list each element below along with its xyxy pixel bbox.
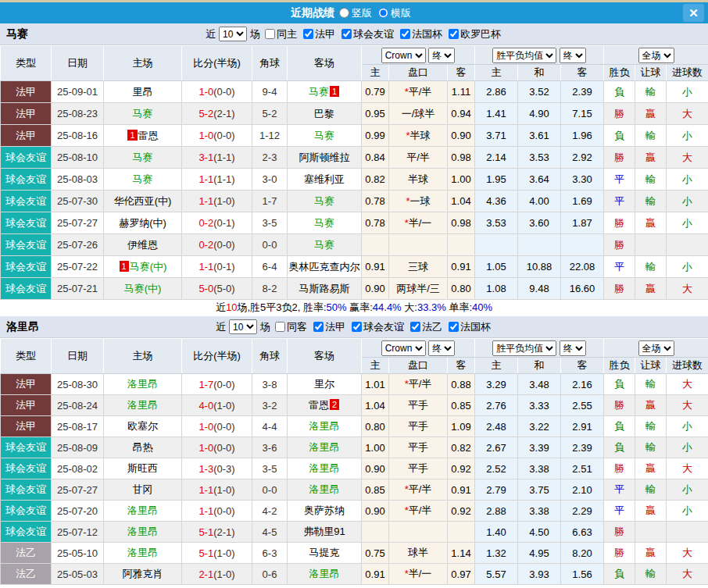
table-row: 球会友谊25-08-03马赛1-1(1-1)3-0塞维利亚0.82半球1.001… — [1, 169, 708, 191]
layout-option-horizontal[interactable]: 横版 — [378, 6, 411, 20]
league-filter-friendly[interactable]: 球会友谊 — [337, 27, 394, 41]
result-handicap: 輸 — [635, 125, 667, 147]
corner-text: 8-2 — [263, 283, 277, 294]
away-team: 洛里昂 — [288, 458, 362, 479]
crown-away-odds: 0.88 — [448, 374, 475, 395]
handicap-cell: 半球 — [389, 169, 448, 191]
result-text: 小 — [682, 130, 692, 141]
handicap-text: 平手 — [408, 462, 428, 474]
full-score: 0-2 — [198, 217, 213, 229]
avg-select[interactable]: 胜平负均值 — [492, 48, 556, 63]
result-goals: 小 — [667, 81, 708, 103]
date-text: 25-08-24 — [57, 400, 98, 412]
col-away: 客场 — [288, 339, 362, 374]
league-filter-europa[interactable]: 欧罗巴杯 — [444, 27, 501, 41]
crown-away-odds: 1.09 — [448, 416, 475, 437]
result-text: 小 — [682, 173, 692, 185]
result-handicap: 輸 — [635, 374, 667, 395]
vertical-radio[interactable] — [339, 8, 349, 18]
league-filter-coupe[interactable]: 法国杯 — [444, 320, 491, 334]
table-row: 球会友谊25-07-221马赛(中)1-1(0-1)6-4奥林匹克查内尔0.91… — [1, 256, 708, 278]
full-score: 1-1 — [198, 261, 213, 273]
friendly-checkbox[interactable] — [341, 29, 352, 39]
league-filter-ligue1[interactable]: 法甲 — [309, 320, 345, 334]
match-count-select[interactable]: 10 — [219, 27, 247, 41]
same-away-checkbox[interactable] — [275, 322, 285, 332]
avg-away-odds: 2.16 — [561, 374, 604, 395]
crown-home-odds: 1.01 — [362, 374, 389, 395]
team-name-text: 马赛 — [314, 217, 334, 229]
home-team: 阿雅克肖 — [104, 564, 182, 585]
same-home-checkbox[interactable] — [265, 29, 275, 39]
corner-text: 3-2 — [263, 400, 277, 412]
bookmaker-select[interactable]: Crown — [381, 48, 426, 63]
half-score: (1-0) — [213, 484, 234, 496]
coupe-checkbox[interactable] — [449, 322, 459, 332]
handicap-text: 球半 — [408, 547, 428, 558]
scope-select[interactable]: 全场 — [638, 48, 674, 63]
avg-time-select[interactable]: 终 — [560, 48, 586, 63]
sub-avg-away: 客 — [561, 358, 604, 374]
full-score: 1-1 — [198, 505, 213, 517]
avg-time-select[interactable]: 终 — [560, 340, 586, 356]
half-score: (0-0) — [213, 505, 234, 517]
avg-home-odds: 1.05 — [475, 256, 518, 278]
same-away-filter[interactable]: 同客 — [270, 320, 307, 334]
games-label: 场 — [250, 27, 260, 41]
team-name-lorient: 洛里昂 — [6, 320, 39, 334]
result-text: 輸 — [645, 441, 656, 453]
table-row: 法乙25-05-10洛里昂5-1(1-0)6-3马提克0.75球半1.141.3… — [1, 543, 708, 564]
rank-badge: 1 — [330, 86, 339, 97]
corner-cell: 4-2 — [252, 501, 288, 522]
result-text: 贏 — [645, 151, 656, 163]
result-wdl: 平 — [604, 191, 635, 212]
handicap-text: 平/半 — [409, 483, 432, 495]
league-filter-ligue2[interactable]: 法乙 — [406, 320, 442, 334]
europa-checkbox[interactable] — [449, 29, 459, 39]
crown-home-odds: 0.78 — [362, 191, 389, 212]
odds-time-select[interactable]: 终 — [428, 48, 455, 63]
away-team: 马赛 — [288, 212, 362, 234]
league-filter-friendly[interactable]: 球会友谊 — [347, 320, 404, 334]
ligue1-checkbox[interactable] — [303, 29, 313, 39]
league-filter-ligue1[interactable]: 法甲 — [299, 27, 335, 41]
friendly-checkbox[interactable] — [352, 322, 362, 332]
sub-avg-home: 主 — [475, 65, 518, 81]
avg-select[interactable]: 胜平负均值 — [492, 340, 556, 356]
title-bar: 近期战绩 竖版 横版 ✕ — [0, 2, 708, 23]
result-goals: 小 — [667, 191, 708, 212]
handicap-text: 平/半 — [409, 504, 432, 516]
score-cell: 2-1(1-0) — [182, 564, 252, 585]
bookmaker-select[interactable]: Crown — [381, 340, 426, 356]
close-icon[interactable]: ✕ — [683, 4, 704, 22]
layout-option-vertical[interactable]: 竖版 — [339, 6, 372, 20]
crown-away-odds: 0.80 — [448, 278, 475, 300]
col-corner: 角球 — [252, 339, 288, 374]
scope-select[interactable]: 全场 — [638, 340, 674, 356]
match-count-select[interactable]: 10 — [229, 319, 257, 334]
result-handicap — [635, 234, 667, 256]
crown-home-odds: 1.04 — [362, 395, 389, 416]
odds-time-select[interactable]: 终 — [428, 340, 455, 356]
corner-cell: 5-2 — [252, 103, 288, 125]
crown-home-odds: 1.00 — [362, 437, 389, 458]
league-filter-coupe[interactable]: 法国杯 — [395, 27, 442, 41]
corner-text: 3-8 — [263, 379, 277, 390]
near-label: 近 — [216, 320, 226, 334]
date-text: 25-05-10 — [57, 547, 98, 559]
team-name-text: 洛里昂 — [309, 420, 340, 432]
ligue2-checkbox[interactable] — [410, 322, 420, 332]
result-wdl: 負 — [604, 564, 635, 585]
handicap-cell: *平/半 — [389, 501, 448, 522]
coupe-checkbox[interactable] — [400, 29, 410, 39]
result-text: 贏 — [645, 283, 656, 294]
result-text: 輸 — [645, 261, 656, 273]
score-cell: 1-0(0-0) — [182, 81, 252, 103]
horizontal-radio[interactable] — [378, 8, 388, 18]
result-text: 大 — [682, 378, 692, 390]
same-home-filter[interactable]: 同主 — [260, 27, 297, 41]
full-score: 0-2 — [198, 239, 213, 251]
ligue1-checkbox[interactable] — [313, 322, 324, 332]
team-name-text: 洛里昂 — [309, 441, 340, 453]
avg-home-odds: 5.57 — [475, 564, 518, 585]
